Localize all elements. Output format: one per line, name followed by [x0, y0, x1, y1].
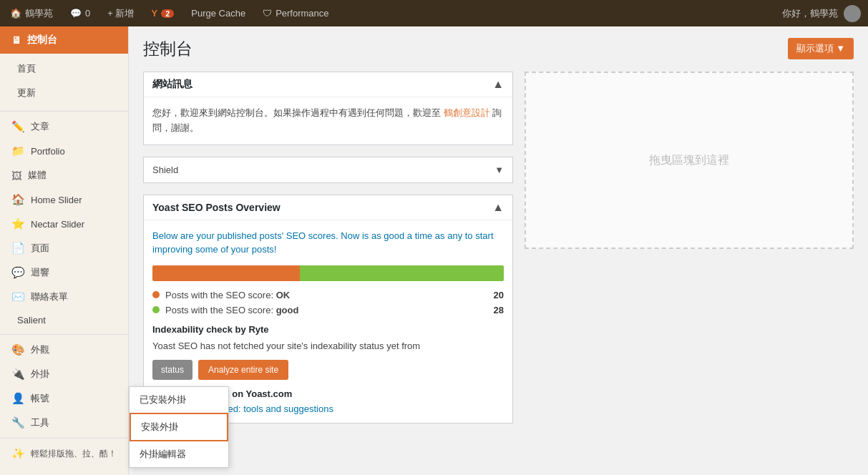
seo-label-ok: Posts with the SEO score: OK: [165, 290, 494, 300]
widget-yoast-header: Yoast SEO Posts Overview ▲: [144, 195, 512, 220]
admin-bar-performance-label: Performance: [275, 8, 328, 19]
sidebar-section-sub: 首頁 更新: [0, 54, 128, 108]
sidebar-item-contact[interactable]: ✉️ 聯絡表單: [0, 285, 128, 309]
sidebar-divider-2: [0, 334, 128, 335]
sidebar-item-home-label: 首頁: [17, 62, 36, 75]
widget-shield-header: Shield ▼: [144, 157, 512, 182]
drag-area-text: 拖曳區塊到這裡: [649, 153, 729, 168]
admin-bar-comments[interactable]: 💬 0: [67, 6, 93, 20]
submenu-plugin-editor[interactable]: 外掛編輯器: [130, 441, 228, 467]
widget-yoast-title: Yoast SEO Posts Overview: [152, 202, 281, 213]
sidebar-item-appearance-label: 外觀: [31, 343, 49, 356]
sidebar-item-nectarslider[interactable]: ⭐ Nectar Slider: [0, 212, 128, 236]
admin-bar-performance[interactable]: 🛡 Performance: [260, 6, 331, 20]
sidebar-item-updates-label: 更新: [17, 87, 36, 99]
widget-site-info-toggle[interactable]: ▲: [492, 78, 504, 91]
sidebar-item-salient[interactable]: Salient: [0, 309, 128, 331]
submenu-popup: 已安裝外掛 安裝外掛 外掛編輯器: [129, 386, 229, 468]
submenu-installed-plugins[interactable]: 已安裝外掛: [130, 387, 228, 413]
sidebar-item-pages[interactable]: 📄 頁面: [0, 236, 128, 260]
comments-icon: 💬: [11, 266, 25, 279]
admin-bar: 🏠 鶴學苑 💬 0 + 新增 Y 2 Purge Cache 🛡 Perform…: [0, 0, 868, 26]
sidebar-item-users[interactable]: 👤 帳號: [0, 386, 128, 411]
widget-shield-toggle[interactable]: ▼: [494, 165, 504, 175]
sidebar-item-nectarslider-label: Nectar Slider: [31, 219, 84, 230]
widget-shield-title: Shield: [152, 165, 178, 175]
main-content: 控制台 顯示選項 ▼ 網站訊息 ▲ 您好，歡迎來到網站控制台。如果操作過程中有遇…: [129, 26, 868, 475]
sidebar-item-pages-label: 頁面: [31, 242, 49, 255]
sidebar-item-portfolio[interactable]: 📁 Portfolio: [0, 139, 128, 163]
admin-bar-site-name: 鶴學苑: [25, 7, 53, 20]
seo-bar-orange: [152, 265, 300, 281]
btn-status[interactable]: status: [152, 360, 192, 380]
sidebar-item-articles[interactable]: ✏️ 文章: [0, 114, 128, 139]
seo-bar-green: [300, 265, 504, 281]
tools-icon: 🔧: [11, 416, 25, 429]
sidebar-item-media[interactable]: 🖼 媒體: [0, 163, 128, 187]
sidebar-active-label: 控制台: [27, 34, 57, 46]
site-info-link[interactable]: 鶴創意設計: [444, 107, 490, 118]
sidebar-item-appearance[interactable]: 🎨 外觀: [0, 338, 128, 362]
sidebar-divider-3: [0, 438, 128, 439]
submenu-install-plugin[interactable]: 安裝外掛: [130, 413, 228, 441]
screen-options-label: 顯示選項 ▼: [796, 42, 845, 55]
pages-icon: 📄: [11, 242, 25, 255]
seo-row-good: Posts with the SEO score: good 28: [152, 305, 504, 315]
indexability-title: Indexability check by Ryte: [152, 324, 504, 335]
sidebar-item-contact-label: 聯絡表單: [31, 290, 68, 303]
admin-bar-left: 🏠 鶴學苑 💬 0 + 新增 Y 2 Purge Cache 🛡 Perform…: [7, 6, 782, 21]
comment-icon: 💬: [70, 8, 82, 19]
sidebar-active-dashboard[interactable]: 🖥 控制台: [0, 26, 128, 54]
admin-bar-new-label: + 新增: [107, 7, 134, 20]
sidebar-item-salient-label: Salient: [17, 315, 46, 325]
seo-row-ok: Posts with the SEO score: OK 20: [152, 290, 504, 300]
articles-icon: ✏️: [11, 120, 25, 133]
dashboard-icon: 🖥: [11, 34, 21, 46]
sidebar-item-plugins[interactable]: 🔌 外掛: [0, 362, 128, 386]
admin-bar-plugin[interactable]: Y 2: [148, 6, 177, 20]
sidebar-item-tools[interactable]: 🔧 工具: [0, 411, 128, 435]
appearance-icon: 🎨: [11, 343, 25, 356]
dashboard-layout: 網站訊息 ▲ 您好，歡迎來到網站控制台。如果操作過程中有遇到任何問題，歡迎至 鶴…: [143, 72, 854, 435]
dashboard-main: 網站訊息 ▲ 您好，歡迎來到網站控制台。如果操作過程中有遇到任何問題，歡迎至 鶴…: [143, 72, 513, 435]
sidebar-item-comments-label: 迴響: [31, 266, 49, 279]
indexability-desc: Yoast SEO has not fetched your site's in…: [152, 339, 504, 353]
page-header: 控制台 顯示選項 ▼: [143, 38, 854, 60]
seo-count-ok: 20: [494, 290, 504, 300]
sidebar-item-articles-label: 文章: [31, 120, 49, 133]
indexability-desc-text: Yoast SEO has not fetched your site's in…: [152, 341, 420, 351]
sidebar-divider-1: [0, 111, 128, 112]
contact-icon: ✉️: [11, 290, 25, 303]
widget-site-info: 網站訊息 ▲ 您好，歡迎來到網站控制台。如果操作過程中有遇到任何問題，歡迎至 鶴…: [143, 72, 513, 145]
admin-bar-home[interactable]: 🏠 鶴學苑: [7, 6, 56, 21]
screen-options-button[interactable]: 顯示選項 ▼: [788, 38, 854, 59]
sidebar: 🖥 控制台 首頁 更新 ✏️ 文章 📁 Portfolio 🖼 媒體: [0, 26, 129, 475]
avatar: [844, 5, 861, 22]
sidebar-item-dragdrop-label: 輕鬆排版拖、拉、酷！: [31, 448, 117, 460]
sidebar-item-portfolio-label: Portfolio: [31, 146, 65, 157]
sidebar-item-comments[interactable]: 💬 迴響: [0, 260, 128, 285]
yoast-description: Below are your published posts' SEO scor…: [152, 229, 504, 257]
dashboard-side: 拖曳區塊到這裡: [525, 72, 854, 435]
admin-bar-comment-count: 0: [85, 8, 90, 19]
sidebar-item-home[interactable]: 首頁: [0, 57, 128, 81]
home-icon: 🏠: [10, 8, 21, 19]
sidebar-item-homeslider[interactable]: 🏠 Home Slider: [0, 187, 128, 212]
drag-area: 拖曳區塊到這裡: [525, 72, 854, 249]
btn-analyze[interactable]: Analyze entire site: [198, 360, 288, 380]
admin-bar-greeting: 你好，鶴學苑: [782, 7, 838, 20]
portfolio-icon: 📁: [11, 145, 25, 157]
widget-yoast-toggle[interactable]: ▲: [492, 201, 504, 214]
plugins-icon: 🔌: [11, 368, 25, 381]
admin-bar-purge-cache[interactable]: Purge Cache: [188, 6, 248, 20]
sidebar-item-dragdrop[interactable]: ✨ 輕鬆排版拖、拉、酷！: [0, 441, 128, 466]
widget-site-info-body: 您好，歡迎來到網站控制台。如果操作過程中有遇到任何問題，歡迎至 鶴創意設計 詢問…: [144, 97, 512, 145]
plugin-icon: Y: [151, 8, 157, 19]
admin-bar-plugin-badge: 2: [161, 9, 174, 18]
widget-site-info-header: 網站訊息 ▲: [144, 72, 512, 97]
homeslider-icon: 🏠: [11, 193, 25, 206]
sidebar-item-updates[interactable]: 更新: [0, 81, 128, 105]
seo-bar: [152, 265, 504, 281]
admin-bar-right: 你好，鶴學苑: [782, 5, 861, 22]
admin-bar-new[interactable]: + 新增: [104, 6, 137, 21]
